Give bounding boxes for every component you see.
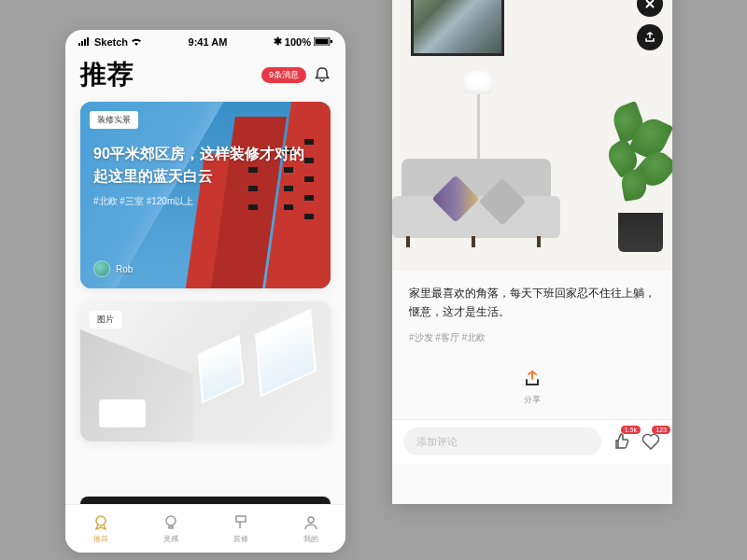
card-category-chip: 装修实景 [90,111,138,129]
like-count: 1.5k [621,426,641,434]
battery-label: 100% [285,36,311,48]
tab-label: 推荐 [93,534,108,544]
favorite-button[interactable]: 123 [641,431,661,452]
card-tags: #北欧 #三室 #120m以上 [93,195,317,208]
wall-art [411,0,504,56]
svg-point-7 [96,516,106,525]
author-name: Rob [116,264,133,274]
detail-description: 家里最喜欢的角落，每天下班回家忍不住往上躺，惬意，这才是生活。 [409,284,655,322]
bell-icon[interactable] [314,66,331,83]
tab-label: 灵感 [163,534,178,544]
feed-card-image[interactable]: 图片 [80,301,331,441]
svg-rect-2 [84,39,86,46]
tab-label: 装修 [233,534,248,544]
svg-rect-1 [81,41,83,46]
tab-recommend[interactable]: 推荐 [65,505,135,553]
time-label: 9:41 AM [189,36,228,48]
svg-rect-5 [316,38,329,44]
detail-hero-image [392,0,672,271]
share-button[interactable]: 分享 [522,369,543,406]
phone-feed-screen: Sketch 9:41 AM ✱ 100% 推荐 9条消息 [65,30,345,553]
tab-decoration[interactable]: 装修 [205,505,275,553]
card-category-chip: 图片 [90,311,121,329]
svg-rect-3 [87,37,89,46]
card-peek[interactable] [80,497,331,504]
message-badge[interactable]: 9条消息 [261,67,306,83]
card-title: 90平米郊区房，这样装修才对的起这里的蓝天白云 [93,143,317,188]
svg-rect-9 [236,516,246,522]
svg-point-10 [308,517,314,523]
tab-bar: 推荐 灵感 装修 我的 [65,504,345,553]
medal-icon [92,513,110,532]
bulb-icon [162,513,180,532]
export-button[interactable] [637,24,663,50]
comment-bar: 添加评论 1.5k 123 [392,419,672,464]
card-author[interactable]: Rob [93,260,133,277]
detail-tags[interactable]: #沙发 #客厅 #北欧 [409,331,655,344]
svg-point-8 [166,516,176,525]
battery-icon [314,36,332,48]
tab-mine[interactable]: 我的 [275,505,345,553]
comment-input[interactable]: 添加评论 [403,427,601,455]
person-icon [302,513,320,532]
carrier-label: Sketch [94,36,128,48]
detail-body: 家里最喜欢的角落，每天下班回家忍不住往上躺，惬意，这才是生活。 #沙发 #客厅 … [392,271,672,354]
tab-label: 我的 [303,534,318,544]
signal-icon [78,36,92,48]
like-button[interactable]: 1.5k [611,431,631,452]
sofa [392,159,574,247]
share-section: 分享 [392,354,672,419]
tab-inspiration[interactable]: 灵感 [135,505,205,553]
phone-detail-screen: 家里最喜欢的角落，每天下班回家忍不住往上躺，惬意，这才是生活。 #沙发 #客厅 … [392,0,672,504]
page-title: 推荐 [80,57,134,92]
avatar [93,260,110,277]
svg-rect-0 [78,43,80,46]
feed-card-hero[interactable]: 装修实景 90平米郊区房，这样装修才对的起这里的蓝天白云 #北欧 #三室 #12… [80,102,331,288]
brush-icon [232,513,250,532]
page-header: 推荐 9条消息 [65,49,345,102]
favorite-count: 123 [652,426,670,434]
svg-rect-6 [331,40,332,43]
feed-list: 装修实景 90平米郊区房，这样装修才对的起这里的蓝天白云 #北欧 #三室 #12… [65,102,345,441]
close-button[interactable] [637,0,663,17]
potted-plant [618,213,663,252]
share-label: 分享 [524,394,541,406]
status-bar: Sketch 9:41 AM ✱ 100% [65,30,345,49]
bluetooth-icon: ✱ [274,35,282,48]
wifi-icon [131,36,142,48]
